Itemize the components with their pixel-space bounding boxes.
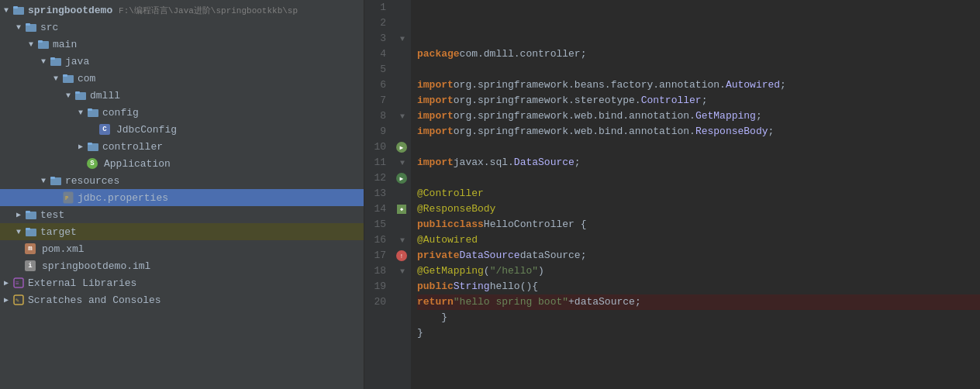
gutter-cell-3: ▼: [392, 31, 411, 46]
tree-arrow-src[interactable]: [12, 23, 25, 32]
code-line-19: }: [417, 325, 980, 341]
gutter-cell-12: ▶: [392, 170, 411, 186]
line-number-16: 16: [368, 232, 386, 248]
tree-arrow-com[interactable]: [50, 74, 62, 83]
tree-item-application[interactable]: SApplication: [0, 155, 364, 172]
line-number-10: 10: [368, 139, 386, 155]
gutter-cell-2: [392, 15, 411, 31]
gutter-cell-8: ▼: [392, 108, 411, 124]
tree-item-scratches[interactable]: ✎Scratches and Consoles: [0, 291, 364, 308]
svg-text:≡: ≡: [16, 280, 19, 287]
tree-item-jdbcconfig[interactable]: CJdbcConfig: [0, 121, 364, 138]
tree-icon-application: S: [87, 158, 101, 169]
svg-rect-13: [88, 108, 92, 111]
tree-icon-java: [50, 55, 62, 67]
gutter-cell-14: ◆: [392, 201, 411, 217]
fold-icon[interactable]: ▼: [400, 159, 405, 167]
tree-arrow-root[interactable]: [0, 6, 12, 15]
tree-arrow-springbootdemo-iml[interactable]: [12, 262, 25, 270]
tree-item-root[interactable]: springbootdemo F:\编程语言\Java进阶\springboot…: [0, 2, 364, 19]
tree-icon-root: [12, 4, 25, 16]
line-number-14: 14: [368, 201, 386, 217]
gutter-cell-13: [392, 186, 411, 201]
line-number-18: 18: [368, 263, 386, 279]
tree-item-main[interactable]: main: [0, 36, 364, 53]
line-number-11: 11: [368, 155, 386, 170]
gutter-cell-7: [392, 93, 411, 108]
tree-item-config[interactable]: config: [0, 104, 364, 121]
tree-item-ext-libs[interactable]: ≡External Libraries: [0, 274, 364, 291]
gutter-cell-10: ▶: [392, 139, 411, 155]
tree-item-springbootdemo-iml[interactable]: ispringbootdemo.iml: [0, 257, 364, 274]
gutter-cell-9: [392, 124, 411, 139]
gutter-cell-1: [392, 0, 411, 15]
tree-arrow-dmlll[interactable]: [62, 91, 74, 100]
tree-arrow-test[interactable]: [12, 210, 25, 219]
gutter-cell-4: [392, 46, 411, 62]
run-icon-2[interactable]: ▶: [396, 173, 407, 184]
line-number-8: 8: [368, 108, 386, 124]
tree-arrow-scratches[interactable]: [0, 295, 12, 305]
file-tree[interactable]: springbootdemo F:\编程语言\Java进阶\springboot…: [0, 0, 364, 389]
tree-arrow-jdbcprops[interactable]: [50, 194, 62, 202]
run-icon[interactable]: ▶: [396, 142, 407, 153]
code-line-2: [417, 62, 980, 77]
tree-item-test[interactable]: test: [0, 206, 364, 223]
tree-item-dmlll[interactable]: dmlll: [0, 87, 364, 104]
tree-icon-main: [37, 38, 50, 50]
code-line-4: import org.springframework.stereotype.Co…: [417, 93, 980, 108]
tree-item-src[interactable]: src: [0, 19, 364, 36]
tree-label-target: target: [40, 226, 77, 238]
tree-item-resources[interactable]: resources: [0, 172, 364, 189]
svg-rect-11: [75, 91, 80, 94]
tree-arrow-pomxml[interactable]: [12, 245, 25, 253]
tree-item-target[interactable]: target: [0, 223, 364, 240]
line-number-4: 4: [368, 46, 386, 62]
tree-arrow-controller[interactable]: [74, 142, 87, 151]
fold-icon[interactable]: ▼: [400, 112, 405, 121]
tree-item-jdbcprops[interactable]: Pjdbc.properties: [0, 189, 364, 206]
tree-label-controller: controller: [102, 141, 163, 153]
tree-label-jdbcprops: jdbc.properties: [78, 192, 168, 204]
gutter: ▼▼▶▼▶◆▼!▼: [392, 0, 411, 389]
code-line-13: @Autowired: [417, 232, 980, 248]
code-line-7: [417, 139, 980, 155]
tree-arrow-main[interactable]: [25, 40, 37, 49]
code-line-14: private DataSource dataSource;: [417, 248, 980, 263]
tree-label-java: java: [65, 56, 89, 67]
line-number-15: 15: [368, 217, 386, 232]
tree-item-pomxml[interactable]: mpom.xml: [0, 240, 364, 257]
code-line-6: import org.springframework.web.bind.anno…: [417, 124, 980, 139]
fold-icon[interactable]: ▼: [400, 35, 405, 43]
line-number-9: 9: [368, 124, 386, 139]
tree-item-controller[interactable]: controller: [0, 138, 364, 155]
fold-icon-2[interactable]: ▼: [400, 236, 405, 245]
tree-arrow-config[interactable]: [74, 108, 87, 117]
tree-icon-springbootdemo-iml: i: [25, 260, 39, 271]
line-number-13: 13: [368, 186, 386, 201]
gutter-cell-19: [392, 279, 411, 294]
tree-label-root: springbootdemo F:\编程语言\Java进阶\springboot…: [28, 5, 298, 16]
tree-arrow-java[interactable]: [37, 57, 50, 66]
tree-arrow-application[interactable]: [74, 160, 87, 168]
tree-icon-pomxml: m: [25, 243, 39, 254]
tree-arrow-resources[interactable]: [37, 177, 50, 185]
code-line-12: public class HelloController {: [417, 217, 980, 232]
tree-arrow-jdbcconfig[interactable]: [87, 126, 99, 134]
tree-item-com[interactable]: com: [0, 70, 364, 87]
tree-arrow-target[interactable]: [12, 228, 25, 236]
line-number-19: 19: [368, 279, 386, 294]
tree-icon-src: [25, 21, 37, 33]
line-number-3: 3: [368, 31, 386, 46]
svg-rect-21: [26, 211, 30, 213]
code-lines: package com.dmlll.controller;import org.…: [411, 0, 980, 389]
bookmark-icon: ◆: [397, 205, 406, 214]
tree-icon-target: [25, 225, 37, 238]
tree-label-main: main: [53, 39, 77, 50]
tree-item-java[interactable]: java: [0, 53, 364, 70]
svg-text:P: P: [65, 195, 68, 201]
tree-arrow-ext-libs[interactable]: [0, 278, 12, 287]
code-editor: 1234567891011121314151617181920 ▼▼▶▼▶◆▼!…: [364, 0, 980, 389]
line-number-20: 20: [368, 294, 386, 310]
fold-icon-3[interactable]: ▼: [400, 267, 405, 276]
